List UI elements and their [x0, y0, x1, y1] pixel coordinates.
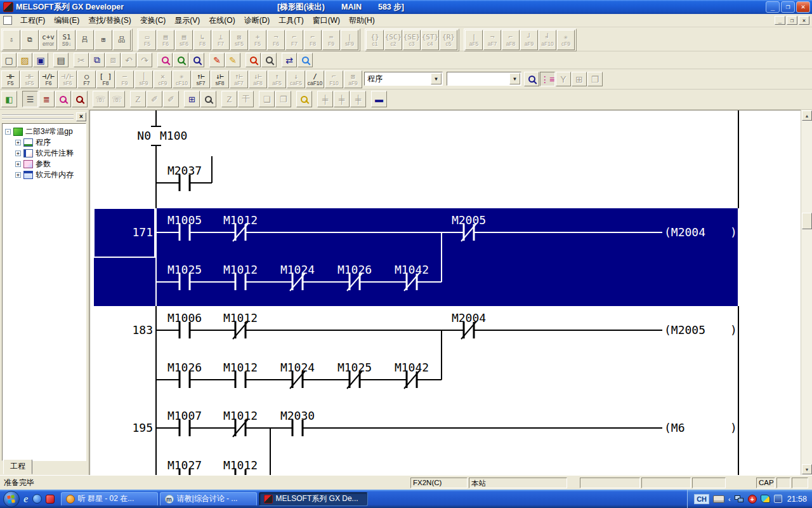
program-edit-b-button[interactable]: ✐ — [163, 91, 179, 107]
menu-变换[interactable]: 变换(C) — [136, 13, 171, 28]
comment-display-button[interactable]: ≣ — [39, 91, 55, 107]
horizontal-line-button[interactable]: ─F9 — [115, 70, 134, 88]
save-button[interactable]: ▣ — [33, 53, 48, 67]
sfc-par-branch-button[interactable]: ⌐F7 — [285, 30, 303, 50]
open-button[interactable]: ▨ — [17, 53, 32, 67]
delete-vline-button[interactable]: ✳cF10 — [173, 70, 191, 88]
expand-expander-icon[interactable]: + — [15, 161, 21, 167]
invert-result-button[interactable]: ∕caF10 — [306, 70, 324, 88]
find-device-button[interactable] — [157, 53, 173, 67]
find-window-button[interactable] — [55, 91, 71, 107]
menu-帮助[interactable]: 帮助(H) — [344, 13, 379, 28]
matrix-monitor-button[interactable]: ⊞ — [95, 30, 112, 50]
rising-pulse-button[interactable]: ↑⊢sF7 — [192, 70, 210, 88]
scroll-down-icon[interactable]: ▼ — [802, 464, 812, 474]
device-batch-monitor-button[interactable]: ⊞ — [184, 91, 200, 107]
vertical-line-button[interactable]: │sF9 — [134, 70, 153, 88]
sfc-dummy-step-button[interactable]: ▤sF6 — [175, 30, 193, 50]
comment-st-button[interactable]: {ST}c4 — [421, 30, 439, 50]
device-test-a-button[interactable]: ╪ — [317, 91, 333, 107]
device-test-c-button[interactable]: ╪ — [350, 91, 366, 107]
tree-item-parameter[interactable]: +参数 — [5, 159, 86, 170]
closed-contact-button[interactable]: ⊣/⊢F6 — [39, 70, 58, 88]
monitor-zoom-dark-button[interactable] — [261, 53, 277, 67]
sfc-block-step-button[interactable]: ⊠sF5 — [230, 30, 248, 50]
tree-item-device-memory[interactable]: +软元件内存 — [5, 170, 86, 180]
start-button[interactable] — [3, 491, 20, 507]
line-vertical-button[interactable]: |aF5 — [465, 30, 483, 50]
mdi-document-icon[interactable] — [3, 16, 12, 25]
line-join-b-button[interactable]: ╛aF10 — [539, 30, 556, 50]
redo-button[interactable]: ↷ — [137, 53, 152, 67]
ladder-diagram[interactable]: N0M100M2037171M1005M1012M2005(M2004)M102… — [90, 110, 801, 475]
device-find-dialog-button[interactable] — [524, 72, 539, 86]
tree-root-item[interactable]: -二部3#常温gp — [5, 126, 86, 137]
new-button[interactable]: ▢ — [1, 53, 16, 67]
falling-pulse-button[interactable]: ↓⊢sF8 — [211, 70, 229, 88]
network-blocks-button[interactable]: 品 — [113, 30, 131, 50]
find-contact-coil-button[interactable] — [189, 53, 204, 67]
expand-expander-icon[interactable]: + — [15, 150, 21, 156]
online-edit-b-button[interactable]: 干 — [238, 91, 254, 107]
expand-expander-icon[interactable]: + — [15, 172, 21, 178]
scrollbar-thumb[interactable] — [802, 213, 812, 229]
msn-messenger-icon[interactable] — [32, 494, 42, 504]
menu-工程[interactable]: 工程(F) — [16, 13, 49, 28]
open-contact-button[interactable]: ⊣⊢F5 — [1, 70, 20, 88]
wiring-check-button[interactable]: Y — [556, 72, 571, 86]
chevron-down-icon[interactable]: ▼ — [509, 73, 520, 84]
statement-edit-button[interactable]: ✎ — [225, 53, 240, 67]
media-player-icon[interactable] — [46, 495, 55, 504]
invert-op-rise-button[interactable]: ↑aF5 — [268, 70, 286, 88]
mdi-minimize-button[interactable]: _ — [775, 16, 785, 25]
cut-button[interactable]: ✂ — [74, 53, 89, 67]
monitor-zoom-red-button[interactable] — [246, 53, 261, 67]
menu-在线[interactable]: 在线(O) — [204, 13, 239, 28]
taskbar-button-forum[interactable]: m请教|综合讨论 - ... — [160, 492, 257, 506]
minimize-button[interactable]: _ — [766, 1, 780, 13]
draw-line-button[interactable]: ⌐F10 — [325, 70, 343, 88]
sfc-par-join-button[interactable]: =F9 — [322, 30, 340, 50]
rising-pulse-or-button[interactable]: ↑⊢aF7 — [230, 70, 248, 88]
line-branch-b-button[interactable]: ⌐aF8 — [502, 30, 520, 50]
step-run-button[interactable]: S1S9↓ — [58, 30, 75, 50]
collapse-chevron-icon[interactable]: ‹ — [728, 495, 731, 503]
device-blocks-button[interactable]: 吕 — [76, 30, 94, 50]
keyboard-icon[interactable] — [713, 495, 724, 503]
sfc-init-step-button[interactable]: ▤F6 — [157, 30, 174, 50]
sfc-end-step-button[interactable]: ⊥F7 — [212, 30, 230, 50]
close-button[interactable]: ✕ — [796, 1, 810, 13]
print-button[interactable]: ▤ — [53, 53, 69, 67]
remote-stop-button[interactable]: ☏ — [109, 91, 125, 107]
closed-contact-or-button[interactable]: ⊣/⊢sF6 — [58, 70, 77, 88]
sfc-sel-join-button[interactable]: ⌐F8 — [304, 30, 322, 50]
comment-se-button[interactable]: {SE}c3 — [403, 30, 421, 50]
taskbar-button-melsoft[interactable]: MELSOFT系列 GX De... — [259, 492, 368, 506]
menu-诊断[interactable]: 诊断(D) — [240, 13, 275, 28]
network-icon[interactable] — [735, 495, 744, 503]
language-indicator[interactable]: CH — [694, 494, 709, 504]
sampling-trace-button[interactable]: Z — [130, 91, 146, 107]
tray-app-icon[interactable] — [774, 495, 782, 503]
window-tile-button[interactable]: ❐ — [275, 91, 291, 107]
delete-line-button[interactable]: ⊠aF9 — [344, 70, 362, 88]
falling-pulse-or-button[interactable]: ↓⊢aF8 — [249, 70, 267, 88]
internet-explorer-icon[interactable]: e — [23, 493, 29, 505]
menu-工具[interactable]: 工具(T) — [274, 13, 308, 28]
chevron-down-icon[interactable]: ▼ — [431, 73, 442, 84]
sfc-transition-button[interactable]: +F5 — [249, 30, 266, 50]
sfc-sel-branch-button[interactable]: ¬F6 — [267, 30, 285, 50]
program-verify-button[interactable] — [298, 53, 313, 67]
entry-monitor-button[interactable] — [296, 91, 312, 107]
menu-窗口[interactable]: 窗口(W) — [308, 13, 344, 28]
project-tree-view-button[interactable]: ☰ — [22, 91, 38, 107]
device-test-b-button[interactable]: ╪ — [334, 91, 350, 107]
online-edit-a-button[interactable]: Z — [221, 91, 237, 107]
device-comment-edit-button[interactable]: ✎ — [209, 53, 225, 67]
restore-button[interactable]: ❐ — [781, 1, 795, 13]
vertical-scrollbar[interactable]: ▲ ▼ — [801, 110, 812, 475]
ladder-editor[interactable]: N0M100M2037171M1005M1012M2005(M2004)M102… — [89, 110, 801, 475]
line-delete-button[interactable]: ✳cF9 — [557, 30, 575, 50]
find-replace-window-button[interactable] — [72, 91, 88, 107]
menu-编辑[interactable]: 编辑(E) — [49, 13, 84, 28]
